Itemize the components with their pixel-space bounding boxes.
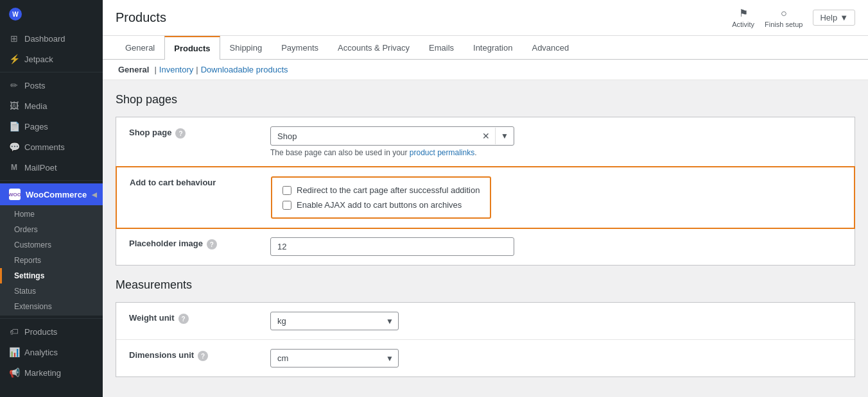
weight-unit-row: Weight unit ? kg g lbs oz <box>116 303 855 340</box>
measurements-table: Weight unit ? kg g lbs oz <box>116 302 855 377</box>
subnav-separator-2: | <box>196 65 198 74</box>
redirect-cart-checkbox-row[interactable]: Redirect to the cart page after successf… <box>282 185 480 195</box>
finish-setup-button[interactable]: ○ Finish setup <box>765 8 803 28</box>
weight-unit-select[interactable]: kg g lbs oz <box>270 312 399 330</box>
placeholder-image-input[interactable] <box>270 237 514 256</box>
shop-page-dropdown-icon[interactable]: ▼ <box>495 128 514 144</box>
shop-pages-table: Shop page ? Shop ✕ ▼ The base page can a… <box>116 117 855 266</box>
shop-page-label: Shop page ? <box>129 126 270 139</box>
sidebar-item-media[interactable]: 🖼 Media <box>0 96 103 116</box>
dimensions-unit-field: cm m mm in yd ▼ <box>270 349 842 367</box>
sub-navigation: General | Inventory | Downloadable produ… <box>103 60 868 80</box>
sidebar-item-products[interactable]: 🏷 Products <box>0 321 103 342</box>
product-permalinks-link[interactable]: product permalinks <box>410 148 474 157</box>
sidebar-item-jetpack[interactable]: ⚡ Jetpack <box>0 49 103 69</box>
tab-general[interactable]: General <box>116 36 164 60</box>
add-to-cart-field: Redirect to the cart page after successf… <box>271 176 841 219</box>
tab-integration[interactable]: Integration <box>464 36 522 60</box>
sidebar-divider-2 <box>0 180 103 181</box>
shop-page-help-icon[interactable]: ? <box>175 128 186 139</box>
tab-accounts-privacy[interactable]: Accounts & Privacy <box>328 36 419 60</box>
pages-icon: 📄 <box>9 121 19 131</box>
activity-icon: ⚑ <box>739 7 748 19</box>
weight-unit-help-icon[interactable]: ? <box>178 314 189 324</box>
marketing-icon: 📢 <box>9 367 19 378</box>
sidebar: W ⊞ Dashboard ⚡ Jetpack ✏ Posts 🖼 Media … <box>0 0 103 397</box>
mailpoet-icon: M <box>9 162 19 173</box>
finish-setup-icon: ○ <box>781 8 787 19</box>
dimensions-unit-row: Dimensions unit ? cm m mm in yd <box>116 340 855 376</box>
shop-page-field: Shop ✕ ▼ The base page can also be used … <box>270 126 842 157</box>
sidebar-item-home[interactable]: Home <box>0 207 103 222</box>
add-to-cart-label: Add to cart behaviour <box>130 176 271 187</box>
redirect-cart-checkbox[interactable] <box>282 186 291 195</box>
sidebar-divider <box>0 72 103 72</box>
sidebar-divider-3 <box>0 318 103 319</box>
sidebar-item-pages[interactable]: 📄 Pages <box>0 116 103 137</box>
products-icon: 🏷 <box>9 326 19 337</box>
main-content: Products ⚑ Activity ○ Finish setup Help … <box>103 0 868 397</box>
shop-page-select[interactable]: Shop ✕ ▼ <box>270 126 514 146</box>
woocommerce-header[interactable]: WOO WooCommerce ◀ <box>0 183 103 205</box>
analytics-icon: 📊 <box>9 347 19 357</box>
comments-icon: 💬 <box>9 142 19 152</box>
weight-unit-field: kg g lbs oz ▼ <box>270 312 842 330</box>
tab-advanced[interactable]: Advanced <box>522 36 578 60</box>
dimensions-unit-label: Dimensions unit ? <box>129 349 270 361</box>
shop-page-value: Shop <box>271 128 477 145</box>
settings-content: Shop pages Shop page ? Shop ✕ ▼ <box>103 80 868 390</box>
subnav-separator-1: | <box>154 65 156 74</box>
sidebar-item-analytics[interactable]: 📊 Analytics <box>0 342 103 362</box>
sidebar-item-customers[interactable]: Customers <box>0 237 103 253</box>
posts-icon: ✏ <box>9 80 19 90</box>
placeholder-image-label: Placeholder image ? <box>129 237 270 249</box>
content-area: General Products Shipping Payments Accou… <box>103 36 868 397</box>
measurements-section: Measurements Weight unit ? kg g <box>116 278 855 377</box>
topbar-actions: ⚑ Activity ○ Finish setup Help ▼ <box>732 7 855 28</box>
placeholder-image-help-icon[interactable]: ? <box>207 239 217 249</box>
dimensions-unit-select-wrapper: cm m mm in yd ▼ <box>270 349 399 367</box>
subnav-downloadable[interactable]: Downloadable products <box>201 65 288 74</box>
woocommerce-icon: WOO <box>9 189 21 200</box>
sidebar-item-reports[interactable]: Reports <box>0 253 103 268</box>
sidebar-item-mailpoet[interactable]: M MailPoet <box>0 157 103 178</box>
dimensions-unit-help-icon[interactable]: ? <box>198 351 208 361</box>
sidebar-item-extensions[interactable]: Extensions <box>0 299 103 314</box>
measurements-section-title: Measurements <box>116 278 855 292</box>
cart-behaviour-box: Redirect to the cart page after successf… <box>271 176 491 219</box>
tab-shipping[interactable]: Shipping <box>220 36 272 60</box>
tabs-bar: General Products Shipping Payments Accou… <box>103 36 868 60</box>
dashboard-icon: ⊞ <box>9 33 19 44</box>
page-title: Products <box>116 10 166 25</box>
sidebar-item-dashboard[interactable]: ⊞ Dashboard <box>0 28 103 49</box>
sidebar-item-comments[interactable]: 💬 Comments <box>0 137 103 157</box>
topbar: Products ⚑ Activity ○ Finish setup Help … <box>103 0 868 36</box>
help-button[interactable]: Help ▼ <box>813 10 855 26</box>
placeholder-image-field <box>270 237 842 256</box>
sidebar-item-orders[interactable]: Orders <box>0 222 103 237</box>
tab-emails[interactable]: Emails <box>419 36 464 60</box>
dimensions-unit-select[interactable]: cm m mm in yd <box>270 349 399 367</box>
sidebar-item-status[interactable]: Status <box>0 283 103 299</box>
shop-page-clear-icon[interactable]: ✕ <box>477 127 495 145</box>
ajax-cart-checkbox-row[interactable]: Enable AJAX add to cart buttons on archi… <box>282 200 480 210</box>
sidebar-logo[interactable]: W <box>0 0 103 28</box>
subnav-inventory[interactable]: Inventory <box>159 65 193 74</box>
activity-button[interactable]: ⚑ Activity <box>732 7 754 28</box>
media-icon: 🖼 <box>9 101 19 111</box>
sidebar-item-settings[interactable]: Settings <box>0 268 103 283</box>
help-chevron-icon: ▼ <box>840 13 848 22</box>
shop-pages-section-title: Shop pages <box>116 93 855 106</box>
weight-unit-select-wrapper: kg g lbs oz ▼ <box>270 312 399 330</box>
shop-page-helper: The base page can also be used in your p… <box>270 148 842 157</box>
shop-page-row: Shop page ? Shop ✕ ▼ The base page can a… <box>116 117 855 167</box>
weight-unit-label: Weight unit ? <box>129 312 270 324</box>
subnav-general[interactable]: General <box>118 65 149 74</box>
sidebar-item-marketing[interactable]: 📢 Marketing <box>0 362 103 383</box>
jetpack-icon: ⚡ <box>9 54 19 64</box>
woocommerce-submenu: Home Orders Customers Reports Settings S… <box>0 205 103 316</box>
ajax-cart-checkbox[interactable] <box>282 201 291 210</box>
sidebar-item-posts[interactable]: ✏ Posts <box>0 75 103 96</box>
tab-payments[interactable]: Payments <box>272 36 328 60</box>
tab-products[interactable]: Products <box>164 36 220 60</box>
